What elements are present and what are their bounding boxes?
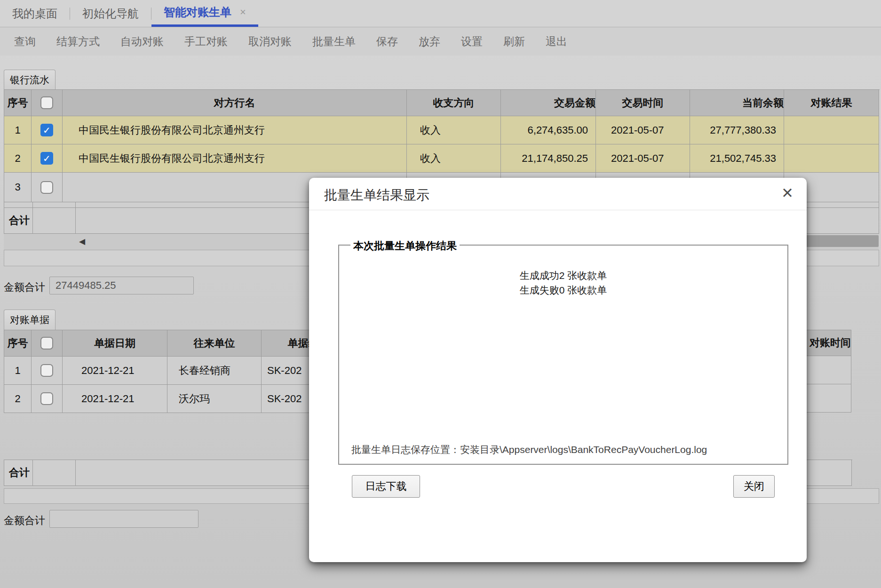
row-checkbox[interactable]	[40, 181, 53, 194]
dialog-title: 批量生单结果显示	[324, 186, 429, 204]
row-checkbox[interactable]	[40, 392, 53, 405]
col-header-amount: 交易金额	[501, 90, 596, 116]
log-path-text: 批量生单日志保存位置：安装目录\Appserver\logs\BankToRec…	[351, 443, 707, 456]
cell-result	[784, 144, 879, 173]
bank-table-header-row: 序号 对方行名 收支方向 交易金额 交易时间 当前余额 对账结果	[4, 90, 880, 116]
row-checkbox[interactable]	[40, 364, 53, 377]
doc-table: 序号 单据日期 往来单位 单据编号 1 2021-12-21 长春经销商 SK-…	[4, 330, 356, 413]
toolbar-settlement-method[interactable]: 结算方式	[56, 34, 100, 49]
toolbar-discard[interactable]: 放弃	[419, 34, 440, 49]
bank-amount-total-label: 金额合计	[4, 280, 45, 294]
cell-seq: 2	[4, 385, 32, 413]
cell-checkbox: ✓	[32, 116, 63, 144]
toolbar-exit[interactable]: 退出	[546, 34, 567, 49]
toolbar-auto-reconcile[interactable]: 自动对账	[120, 34, 164, 49]
batch-result-dialog: 批量生单结果显示 ✕ 本次批量生单操作结果 生成成功2 张收款单 生成失败0 张…	[309, 178, 807, 562]
cell-seq: 3	[4, 173, 32, 202]
doc-section-tab[interactable]: 对账单据	[4, 310, 56, 330]
cell-time: 2021-05-07	[596, 116, 690, 144]
cell-doc-date: 2021-12-21	[63, 385, 167, 413]
row-checkbox[interactable]: ✓	[40, 124, 53, 136]
bank-table-row: 1 ✓ 中国民生银行股份有限公司北京通州支行 收入 6,274,635.00 2…	[4, 116, 880, 144]
cell-bank-name: 中国民生银行股份有限公司北京通州支行	[63, 116, 407, 144]
checkbox-check-icon: ✓	[43, 153, 51, 164]
doc-table-row: 1 2021-12-21 长春经销商 SK-202	[4, 357, 356, 385]
col-header-seq: 序号	[4, 330, 32, 357]
tab-close-icon[interactable]: ×	[240, 6, 246, 18]
dialog-title-divider	[309, 210, 807, 210]
cell-party: 沃尔玛	[167, 385, 262, 413]
col-header-select-all	[32, 330, 63, 357]
cell-balance: 21,502,745.33	[690, 144, 784, 173]
close-button[interactable]: 关闭	[733, 475, 775, 498]
toolbar-query[interactable]: 查询	[14, 34, 36, 49]
toolbar-save[interactable]: 保存	[376, 34, 398, 49]
tab-my-desktop[interactable]: 我的桌面	[0, 0, 70, 27]
select-all-checkbox[interactable]	[40, 337, 53, 350]
cell-amount: 6,274,635.00	[501, 116, 596, 144]
col-header-result: 对账结果	[784, 90, 879, 116]
checkbox-check-icon: ✓	[43, 125, 51, 136]
scroll-left-icon[interactable]: ◀	[79, 237, 85, 246]
col-header-time: 交易时间	[596, 90, 690, 116]
row-checkbox[interactable]: ✓	[40, 152, 53, 165]
total-label: 合计	[4, 460, 33, 486]
doc-table-header-row: 序号 单据日期 往来单位 单据编号	[4, 330, 356, 357]
toolbar: 查询 结算方式 自动对账 手工对账 取消对账 批量生单 保存 放弃 设置 刷新 …	[0, 27, 881, 56]
toolbar-cancel-reconcile[interactable]: 取消对账	[248, 34, 292, 49]
cell-doc-date: 2021-12-21	[63, 357, 167, 385]
cell-time: 2021-05-07	[596, 144, 690, 173]
cell-direction: 收入	[407, 144, 501, 173]
col-header-direction: 收支方向	[407, 90, 501, 116]
doc-amount-total-input[interactable]	[49, 510, 198, 528]
result-lines: 生成成功2 张收款单 生成失败0 张收款单	[339, 268, 787, 297]
cell-checkbox: ✓	[32, 144, 63, 173]
dialog-close-icon[interactable]: ✕	[781, 184, 794, 202]
cell-seq: 1	[4, 357, 32, 385]
window-tab-bar: 我的桌面 初始化导航 智能对账生单 ×	[0, 0, 881, 27]
cell-balance: 27,777,380.33	[690, 116, 784, 144]
total-label: 合计	[4, 208, 33, 234]
doc-amount-total-label: 金额合计	[4, 514, 45, 528]
toolbar-settings[interactable]: 设置	[461, 34, 483, 49]
toolbar-batch-generate[interactable]: 批量生单	[312, 34, 356, 49]
bank-table-row: 2 ✓ 中国民生银行股份有限公司北京通州支行 收入 21,174,850.25 …	[4, 144, 880, 173]
cell-seq: 1	[4, 116, 32, 144]
cell-direction: 收入	[407, 116, 501, 144]
tab-smart-reconciliation[interactable]: 智能对账生单 ×	[151, 0, 258, 27]
col-header-seq: 序号	[4, 90, 32, 116]
cell-bank-name: 中国民生银行股份有限公司北京通州支行	[63, 144, 407, 173]
result-fail-line: 生成失败0 张收款单	[339, 283, 787, 297]
result-groupbox-title: 本次批量生单操作结果	[350, 239, 460, 253]
toolbar-manual-reconcile[interactable]: 手工对账	[184, 34, 228, 49]
bank-amount-total-input[interactable]: 27449485.25	[49, 277, 194, 294]
cell-amount: 21,174,850.25	[501, 144, 596, 173]
result-success-line: 生成成功2 张收款单	[339, 268, 787, 283]
cell-checkbox	[32, 385, 63, 413]
cell-result	[784, 116, 879, 144]
log-download-button[interactable]: 日志下载	[352, 475, 420, 498]
col-header-doc-date: 单据日期	[63, 330, 167, 357]
cell-checkbox	[32, 173, 63, 202]
col-header-bank-name: 对方行名	[63, 90, 407, 116]
col-header-select-all	[32, 90, 63, 116]
tab-init-nav[interactable]: 初始化导航	[70, 0, 151, 27]
select-all-checkbox[interactable]	[40, 96, 53, 109]
cell-party: 长春经销商	[167, 357, 262, 385]
col-header-balance: 当前余额	[690, 90, 784, 116]
col-header-party: 往来单位	[167, 330, 262, 357]
cell-seq: 2	[4, 144, 32, 173]
toolbar-refresh[interactable]: 刷新	[503, 34, 525, 49]
cell-checkbox	[32, 357, 63, 385]
doc-table-row: 2 2021-12-21 沃尔玛 SK-202	[4, 385, 356, 413]
result-groupbox: 本次批量生单操作结果 生成成功2 张收款单 生成失败0 张收款单 批量生单日志保…	[338, 245, 788, 465]
bank-flow-section-tab[interactable]: 银行流水	[4, 70, 56, 90]
